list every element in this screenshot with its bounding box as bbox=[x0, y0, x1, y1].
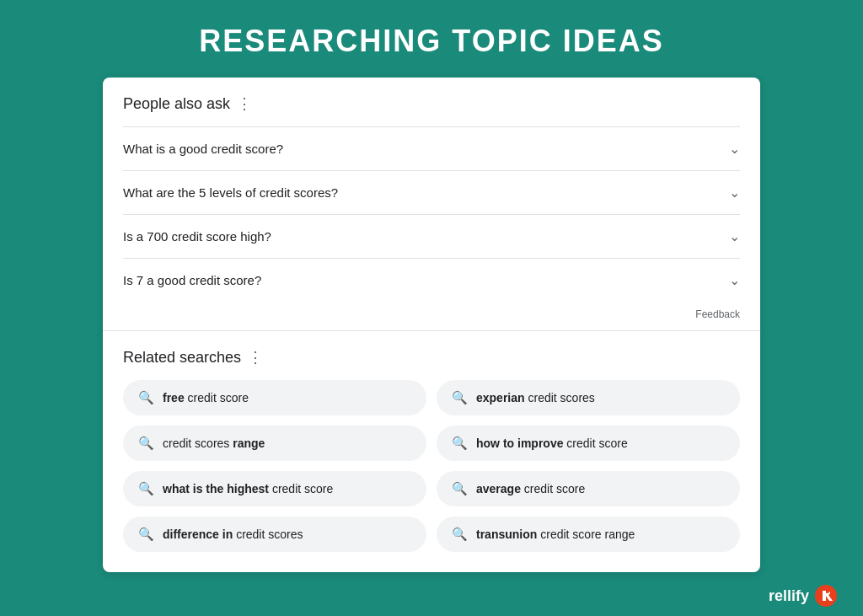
search-icon: 🔍 bbox=[138, 481, 154, 496]
feedback-row: Feedback bbox=[123, 302, 740, 330]
related-item[interactable]: 🔍 transunion credit score range bbox=[437, 517, 740, 552]
search-icon: 🔍 bbox=[452, 436, 468, 451]
feedback-link[interactable]: Feedback bbox=[695, 308, 740, 320]
chevron-down-icon: ⌄ bbox=[729, 185, 740, 201]
related-item-text: credit scores range bbox=[163, 437, 265, 450]
search-icon: 🔍 bbox=[452, 390, 468, 405]
paa-menu-icon[interactable]: ⋮ bbox=[237, 94, 252, 113]
branding: rellify bbox=[769, 584, 838, 608]
chevron-down-icon: ⌄ bbox=[729, 272, 740, 288]
search-icon: 🔍 bbox=[138, 390, 154, 405]
paa-item[interactable]: What are the 5 levels of credit scores? … bbox=[123, 170, 740, 214]
related-header: Related searches ⋮ bbox=[123, 348, 740, 367]
paa-header: People also ask ⋮ bbox=[123, 94, 740, 113]
chevron-down-icon: ⌄ bbox=[729, 141, 740, 157]
paa-title: People also ask bbox=[123, 95, 230, 113]
paa-item-text: Is 7 a good credit score? bbox=[123, 273, 261, 287]
paa-section: People also ask ⋮ What is a good credit … bbox=[103, 78, 760, 331]
page-title: RESEARCHING TOPIC IDEAS bbox=[199, 24, 663, 59]
related-item[interactable]: 🔍 difference in credit scores bbox=[123, 517, 426, 552]
paa-item[interactable]: Is a 700 credit score high? ⌄ bbox=[123, 214, 740, 258]
paa-item-text: What is a good credit score? bbox=[123, 142, 283, 156]
search-icon: 🔍 bbox=[138, 436, 154, 451]
related-item[interactable]: 🔍 what is the highest credit score bbox=[123, 471, 426, 506]
related-item[interactable]: 🔍 free credit score bbox=[123, 380, 426, 415]
search-icon: 🔍 bbox=[452, 481, 468, 496]
related-item[interactable]: 🔍 experian credit scores bbox=[437, 380, 740, 415]
paa-item[interactable]: Is 7 a good credit score? ⌄ bbox=[123, 258, 740, 302]
related-item[interactable]: 🔍 credit scores range bbox=[123, 426, 426, 461]
related-item-text: average credit score bbox=[476, 482, 585, 495]
related-grid: 🔍 free credit score 🔍 experian credit sc… bbox=[123, 380, 740, 552]
related-item-text: what is the highest credit score bbox=[163, 482, 333, 495]
chevron-down-icon: ⌄ bbox=[729, 228, 740, 244]
search-icon: 🔍 bbox=[138, 527, 154, 542]
related-item-text: difference in credit scores bbox=[163, 528, 303, 541]
related-item[interactable]: 🔍 average credit score bbox=[437, 471, 740, 506]
related-item[interactable]: 🔍 how to improve credit score bbox=[437, 426, 740, 461]
related-item-text: free credit score bbox=[163, 391, 249, 404]
related-item-text: transunion credit score range bbox=[476, 528, 635, 541]
paa-item-text: What are the 5 levels of credit scores? bbox=[123, 185, 338, 200]
main-container: People also ask ⋮ What is a good credit … bbox=[103, 78, 760, 572]
paa-item-text: Is a 700 credit score high? bbox=[123, 229, 271, 244]
related-item-text: experian credit scores bbox=[476, 391, 595, 404]
search-icon: 🔍 bbox=[452, 527, 468, 542]
branding-name: rellify bbox=[769, 587, 809, 605]
related-section: Related searches ⋮ 🔍 free credit score 🔍… bbox=[103, 331, 760, 572]
paa-item[interactable]: What is a good credit score? ⌄ bbox=[123, 126, 740, 170]
related-item-text: how to improve credit score bbox=[476, 437, 628, 450]
related-menu-icon[interactable]: ⋮ bbox=[248, 348, 263, 367]
rellify-logo-icon bbox=[814, 584, 838, 608]
related-title: Related searches bbox=[123, 349, 241, 367]
